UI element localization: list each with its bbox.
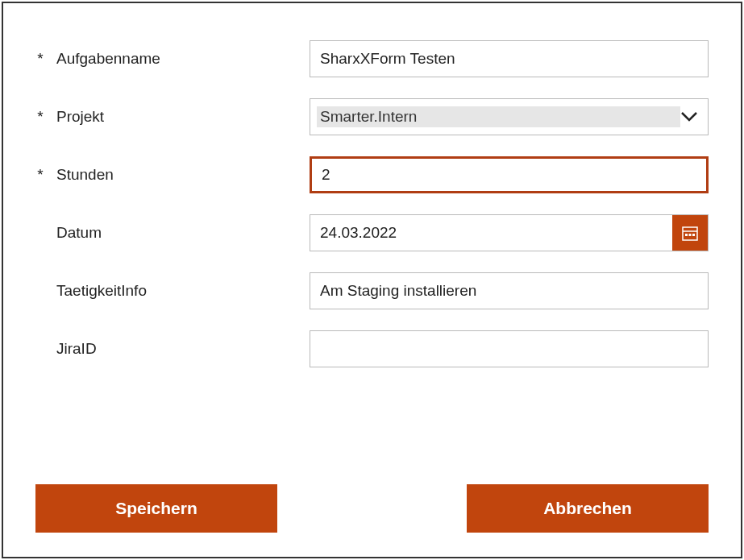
- label-jiraid: JiraID: [56, 340, 97, 358]
- form-dialog: * Aufgabenname * Projekt Smarter.Intern: [2, 2, 742, 558]
- row-projekt: * Projekt Smarter.Intern: [35, 98, 709, 135]
- stunden-input[interactable]: [310, 156, 709, 193]
- projekt-selected-value: Smarter.Intern: [317, 106, 680, 128]
- label-col: * Projekt: [35, 108, 310, 126]
- row-stunden: * Stunden: [35, 156, 709, 193]
- label-col: * Aufgabenname: [35, 50, 310, 68]
- calendar-icon: [682, 225, 698, 241]
- taetigkeit-input[interactable]: [310, 272, 709, 309]
- button-row: Speichern Abbrechen: [35, 468, 709, 533]
- label-datum: Datum: [56, 224, 102, 242]
- svg-rect-3: [689, 234, 692, 236]
- label-aufgabenname: Aufgabenname: [56, 50, 160, 68]
- calendar-button[interactable]: [672, 215, 708, 251]
- row-jiraid: JiraID: [35, 330, 709, 367]
- field-col: [310, 330, 709, 367]
- form: * Aufgabenname * Projekt Smarter.Intern: [35, 40, 709, 367]
- required-marker: *: [35, 166, 45, 184]
- row-aufgabenname: * Aufgabenname: [35, 40, 709, 77]
- jiraid-input[interactable]: [310, 330, 709, 367]
- field-col: Smarter.Intern: [310, 98, 709, 135]
- label-col: Datum: [35, 224, 310, 242]
- field-col: [310, 40, 709, 77]
- field-col: [310, 214, 709, 251]
- required-marker: *: [35, 108, 45, 126]
- row-taetigkeit: TaetigkeitInfo: [35, 272, 709, 309]
- datum-field: [310, 214, 709, 251]
- field-col: [310, 272, 709, 309]
- label-taetigkeit: TaetigkeitInfo: [56, 282, 147, 300]
- chevron-down-icon: [680, 111, 698, 122]
- aufgabenname-input[interactable]: [310, 40, 709, 77]
- label-stunden: Stunden: [56, 166, 114, 184]
- datum-input[interactable]: [310, 215, 672, 251]
- required-marker: *: [35, 50, 45, 68]
- cancel-button[interactable]: Abbrechen: [467, 484, 709, 533]
- label-col: * Stunden: [35, 166, 310, 184]
- svg-rect-2: [685, 234, 688, 236]
- save-button[interactable]: Speichern: [35, 484, 277, 533]
- label-col: TaetigkeitInfo: [35, 282, 310, 300]
- svg-rect-4: [692, 234, 695, 236]
- label-projekt: Projekt: [56, 108, 104, 126]
- label-col: JiraID: [35, 340, 310, 358]
- projekt-select[interactable]: Smarter.Intern: [310, 98, 709, 135]
- row-datum: Datum: [35, 214, 709, 251]
- field-col: [310, 156, 709, 193]
